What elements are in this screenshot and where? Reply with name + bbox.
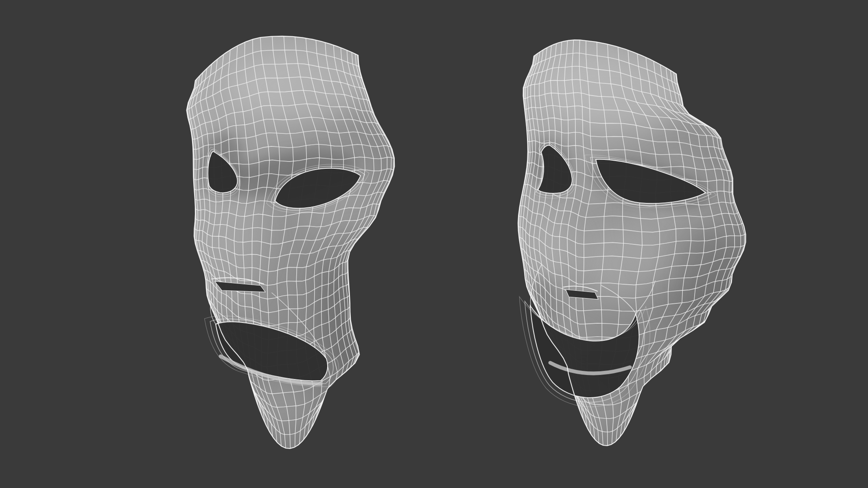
- comedy-shading-blob-3: [584, 226, 661, 303]
- wireframe-masks-render: [0, 0, 868, 488]
- render-viewport: [0, 0, 868, 488]
